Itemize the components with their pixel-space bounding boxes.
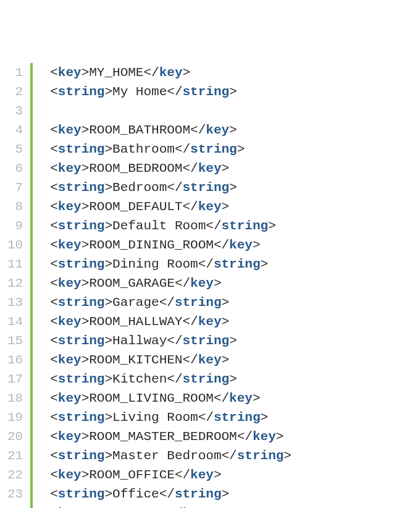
bracket: < <box>50 295 58 310</box>
tag-value: Dining Room <box>112 257 198 271</box>
bracket: < <box>50 142 58 156</box>
bracket: </ <box>214 391 229 405</box>
bracket: > <box>82 161 90 176</box>
line-number: 20 <box>7 427 23 446</box>
tag-name: string <box>58 142 105 156</box>
bracket: > <box>222 200 230 214</box>
tag-value: Garage <box>112 295 159 310</box>
bracket: < <box>50 334 58 348</box>
bracket: > <box>104 295 112 310</box>
bracket: </ <box>182 161 198 176</box>
line-number: 21 <box>7 446 23 465</box>
tag-name: key <box>58 468 82 482</box>
bracket: > <box>229 372 237 386</box>
bracket: > <box>261 410 269 425</box>
bracket: </ <box>167 372 182 386</box>
tag-name: string <box>58 487 105 501</box>
code-line: <key>ROOM_HALLWAY</key> <box>50 312 292 331</box>
bracket: > <box>104 410 112 425</box>
tag-value: ROOM_MASTER_BEDROOM <box>89 430 237 444</box>
tag-name: key <box>58 430 82 444</box>
bracket: </ <box>175 142 190 156</box>
tag-value: ROOM_LIVING_ROOM <box>89 391 214 405</box>
tag-name: string <box>58 180 105 195</box>
line-number: 10 <box>7 235 23 255</box>
line-number: 14 <box>7 312 23 331</box>
tag-name: string <box>214 410 261 425</box>
bracket: </ <box>206 219 221 233</box>
bracket: > <box>261 257 269 271</box>
bracket: </ <box>222 449 237 463</box>
line-number: 2 <box>15 82 23 101</box>
bracket: < <box>50 200 58 214</box>
tag-name: key <box>58 200 82 214</box>
tag-name: key <box>229 238 253 252</box>
tag-name: string <box>175 295 222 310</box>
bracket: </ <box>190 123 206 137</box>
tag-name: string <box>183 180 230 195</box>
bracket: < <box>50 449 58 463</box>
bracket: < <box>50 468 58 482</box>
line-number: 18 <box>7 389 23 408</box>
tag-value: ROOM_HALLWAY <box>89 315 182 329</box>
tag-name: string <box>183 334 230 348</box>
bracket: > <box>229 180 237 195</box>
code-line: <key>ROOM_BEDROOM</key> <box>50 159 292 178</box>
bracket: > <box>82 276 90 290</box>
bracket: </ <box>175 276 190 290</box>
tag-value: MY_HOME <box>89 66 143 80</box>
code-line: <key>ROOM_GARAGE</key> <box>50 274 292 293</box>
bracket: > <box>104 334 112 348</box>
bracket: > <box>276 430 284 444</box>
tag-name: string <box>190 142 237 156</box>
tag-name: key <box>58 161 82 176</box>
tag-value: ROOM_GARAGE <box>89 276 175 290</box>
bracket: > <box>214 276 222 290</box>
tag-name: key <box>58 391 82 405</box>
bracket: > <box>104 372 112 386</box>
bracket: > <box>82 391 90 405</box>
code-line: <key>MY_HOME</key> <box>50 63 292 82</box>
code-line: <key>ROOM_MASTER_BEDROOM</key> <box>50 427 292 446</box>
bracket: > <box>104 219 112 233</box>
code-line: <string>Bathroom</string> <box>50 140 292 159</box>
line-number: 15 <box>7 331 23 350</box>
tag-name: key <box>253 430 276 444</box>
bracket: > <box>222 315 230 329</box>
tag-value: ROOM_KITCHEN <box>89 353 182 367</box>
tag-name: key <box>229 391 253 405</box>
tag-value: Bathroom <box>112 142 175 156</box>
bracket: < <box>50 487 58 501</box>
tag-name: key <box>58 315 82 329</box>
bracket: < <box>50 372 58 386</box>
line-number: 13 <box>7 293 23 312</box>
line-number: 16 <box>7 350 23 370</box>
code-content: <key>MY_HOME</key><string>My Home</strin… <box>33 63 292 508</box>
tag-name: string <box>58 219 105 233</box>
bracket: > <box>253 391 261 405</box>
line-number: 12 <box>7 274 23 293</box>
bracket: > <box>82 66 90 80</box>
bracket: > <box>183 66 191 80</box>
bracket: > <box>222 161 230 176</box>
code-line: <key>ROOM_LIVING_ROOM</key> <box>50 389 292 408</box>
bracket: </ <box>198 257 214 271</box>
bracket: < <box>50 353 58 367</box>
code-line: <string>Dining Room</string> <box>50 255 292 274</box>
bracket: </ <box>182 200 198 214</box>
tag-value: ROOM_OFFICE <box>89 468 175 482</box>
tag-value: Kitchen <box>112 372 167 386</box>
line-number: 22 <box>7 465 23 485</box>
tag-name: key <box>58 66 82 80</box>
line-number: 7 <box>15 178 23 197</box>
bracket: > <box>222 295 230 310</box>
bracket: > <box>222 353 230 367</box>
bracket: < <box>50 315 58 329</box>
code-line: <string>Office</string> <box>50 485 292 504</box>
bracket: </ <box>167 334 182 348</box>
bracket: > <box>104 257 112 271</box>
bracket: </ <box>167 85 182 99</box>
bracket: </ <box>182 315 198 329</box>
code-line <box>50 101 292 121</box>
line-number: 11 <box>7 255 23 274</box>
